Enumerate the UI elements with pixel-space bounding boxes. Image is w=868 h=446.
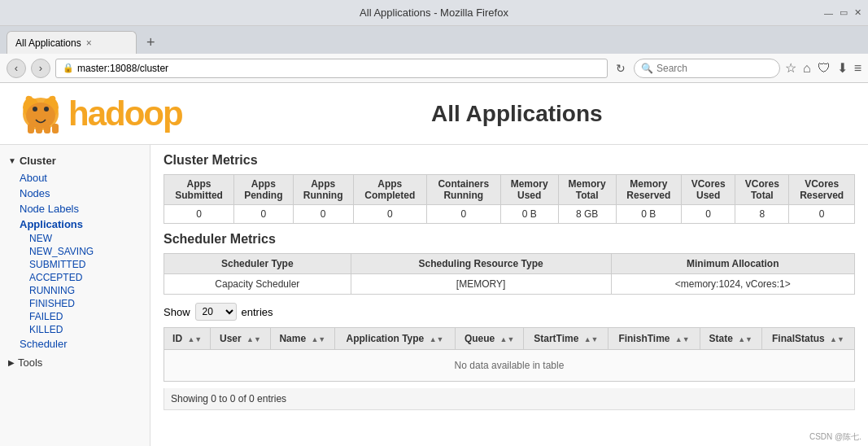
- col-memory-reserved: MemoryReserved: [616, 175, 682, 205]
- show-label: Show: [164, 306, 190, 318]
- sidebar-item-scheduler[interactable]: Scheduler: [13, 336, 150, 352]
- hadoop-logo: hadoop: [16, 91, 182, 136]
- val-minimum-allocation: <memory:1024, vCores:1>: [611, 274, 855, 295]
- tab-label: All Applications: [15, 37, 81, 49]
- sidebar-item-new-saving[interactable]: NEW_SAVING: [26, 245, 150, 258]
- page-title-area: All Applications: [182, 101, 852, 127]
- lock-icon: 🔒: [63, 63, 74, 73]
- svg-rect-8: [44, 125, 50, 133]
- val-scheduling-resource-type: [MEMORY]: [351, 274, 611, 295]
- sidebar-item-killed[interactable]: KILLED: [26, 323, 150, 336]
- minimize-icon[interactable]: —: [824, 8, 833, 18]
- final-status-sort-icon: ▲▼: [830, 335, 844, 343]
- cluster-arrow-icon: ▼: [8, 156, 16, 165]
- content-area: Cluster Metrics AppsSubmitted AppsPendin…: [150, 145, 868, 446]
- svg-rect-9: [52, 124, 59, 133]
- val-apps-submitted: 0: [164, 205, 234, 224]
- hadoop-logo-text: hadoop: [68, 94, 182, 133]
- tab-close-button[interactable]: ×: [86, 37, 92, 49]
- svg-point-5: [44, 107, 49, 112]
- col-apps-submitted: AppsSubmitted: [164, 175, 234, 205]
- download-icon[interactable]: ⬇: [837, 60, 848, 76]
- finish-time-sort-icon: ▲▼: [675, 335, 690, 343]
- col-start-time[interactable]: StartTime ▲▼: [524, 328, 608, 350]
- col-application-type[interactable]: Application Type ▲▼: [335, 328, 456, 350]
- entries-select[interactable]: 10 20 50 100: [195, 303, 237, 321]
- col-user[interactable]: User ▲▼: [211, 328, 270, 350]
- sidebar-item-failed[interactable]: FAILED: [26, 310, 150, 323]
- sidebar-cluster-header[interactable]: ▼ Cluster: [0, 151, 150, 170]
- back-icon: ‹: [15, 62, 18, 74]
- browser-title-bar: All Applications - Mozilla Firefox — ▭ ✕: [0, 0, 868, 26]
- toolbar-icons: ☆ ⌂ 🛡 ⬇ ≡: [785, 60, 861, 76]
- close-icon[interactable]: ✕: [854, 7, 861, 18]
- refresh-icon: ↻: [616, 62, 626, 75]
- search-bar[interactable]: 🔍: [634, 59, 780, 78]
- bookmark-icon[interactable]: ☆: [785, 60, 796, 76]
- data-table: ID ▲▼ User ▲▼ Name ▲▼ Application Type ▲…: [164, 327, 855, 382]
- val-containers-running: 0: [426, 205, 500, 224]
- menu-icon[interactable]: ≡: [854, 61, 861, 76]
- sidebar-nav: About Nodes Node Labels Applications NEW…: [0, 170, 150, 352]
- tools-label: Tools: [18, 356, 42, 369]
- col-scheduling-resource-type: Scheduling Resource Type: [351, 254, 611, 274]
- cluster-label: Cluster: [20, 155, 56, 167]
- entries-label: entries: [242, 306, 273, 318]
- browser-title: All Applications - Mozilla Firefox: [360, 7, 508, 19]
- sidebar-item-nodes[interactable]: Nodes: [13, 186, 150, 201]
- showing-text: Showing 0 to 0 of 0 entries: [164, 388, 855, 410]
- home-icon[interactable]: ⌂: [803, 61, 811, 76]
- col-id[interactable]: ID ▲▼: [164, 328, 211, 350]
- cluster-metrics-table: AppsSubmitted AppsPending AppsRunning Ap…: [164, 174, 855, 224]
- new-tab-button[interactable]: +: [138, 31, 164, 54]
- col-final-status[interactable]: FinalStatus ▲▼: [761, 328, 854, 350]
- forward-icon: ›: [39, 62, 42, 74]
- sidebar-item-new[interactable]: NEW: [26, 232, 150, 245]
- page-title: All Applications: [431, 101, 603, 126]
- val-memory-total: 8 GB: [558, 205, 616, 224]
- col-scheduler-type: Scheduler Type: [164, 254, 351, 274]
- app-type-sort-icon: ▲▼: [430, 335, 444, 343]
- browser-tabs: All Applications × +: [0, 26, 868, 54]
- col-apps-running: AppsRunning: [293, 175, 353, 205]
- col-name[interactable]: Name ▲▼: [270, 328, 335, 350]
- refresh-button[interactable]: ↻: [613, 62, 629, 75]
- col-apps-completed: AppsCompleted: [353, 175, 426, 205]
- shield-icon[interactable]: 🛡: [818, 61, 831, 76]
- queue-sort-icon: ▲▼: [500, 335, 515, 343]
- col-containers-running: ContainersRunning: [426, 175, 500, 205]
- sidebar-tools-header[interactable]: ▶ Tools: [0, 352, 150, 372]
- sidebar-item-accepted[interactable]: ACCEPTED: [26, 271, 150, 284]
- start-time-sort-icon: ▲▼: [584, 335, 599, 343]
- scheduler-metrics-title: Scheduler Metrics: [164, 232, 855, 247]
- show-entries: Show 10 20 50 100 entries: [164, 303, 855, 321]
- val-vcores-total: 8: [735, 205, 789, 224]
- address-text: master:18088/cluster: [77, 63, 168, 74]
- page-content: hadoop All Applications ▼ Cluster About …: [0, 83, 868, 446]
- active-tab[interactable]: All Applications ×: [7, 31, 137, 54]
- forward-button[interactable]: ›: [31, 59, 50, 78]
- state-sort-icon: ▲▼: [738, 335, 752, 343]
- sidebar-item-submitted[interactable]: SUBMITTED: [26, 258, 150, 271]
- sidebar-item-node-labels[interactable]: Node Labels: [13, 201, 150, 216]
- sidebar-item-applications[interactable]: Applications: [13, 216, 150, 232]
- col-state[interactable]: State ▲▼: [700, 328, 761, 350]
- col-apps-pending: AppsPending: [234, 175, 294, 205]
- col-finish-time[interactable]: FinishTime ▲▼: [608, 328, 700, 350]
- col-queue[interactable]: Queue ▲▼: [455, 328, 524, 350]
- address-bar[interactable]: 🔒 master:18088/cluster: [55, 59, 608, 78]
- sidebar-item-finished[interactable]: FINISHED: [26, 297, 150, 310]
- maximize-icon[interactable]: ▭: [840, 7, 848, 18]
- sidebar-item-about[interactable]: About: [13, 170, 150, 186]
- window-controls: — ▭ ✕: [824, 7, 861, 18]
- hadoop-elephant-icon: [16, 91, 65, 136]
- search-input[interactable]: [656, 63, 770, 74]
- sidebar: ▼ Cluster About Nodes Node Labels Applic…: [0, 145, 150, 446]
- back-button[interactable]: ‹: [7, 59, 26, 78]
- sidebar-item-running[interactable]: RUNNING: [26, 284, 150, 297]
- col-memory-used: MemoryUsed: [500, 175, 558, 205]
- svg-rect-6: [28, 124, 34, 133]
- scheduler-metrics-table: Scheduler Type Scheduling Resource Type …: [164, 253, 855, 295]
- val-vcores-used: 0: [682, 205, 735, 224]
- sidebar-subnav-apps: NEW NEW_SAVING SUBMITTED ACCEPTED RUNNIN…: [13, 232, 150, 336]
